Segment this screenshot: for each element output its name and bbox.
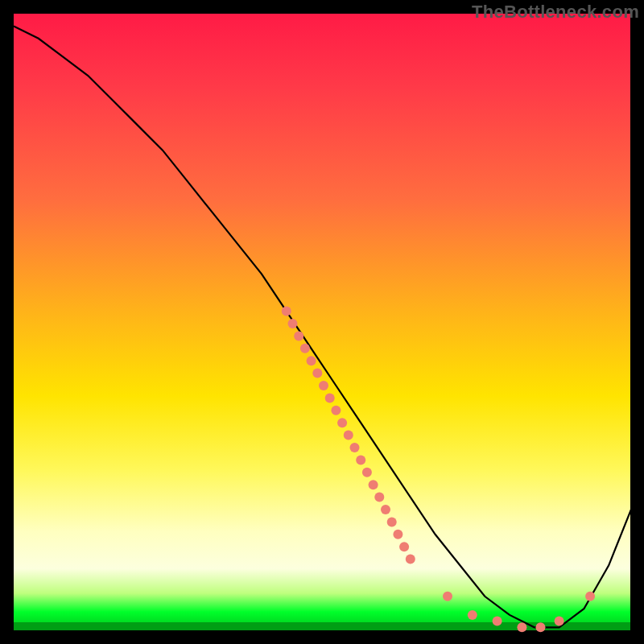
watermark-label: TheBottleneck.com bbox=[472, 2, 639, 23]
curve-marker bbox=[362, 468, 372, 477]
curve-markers bbox=[282, 307, 595, 633]
curve-marker bbox=[337, 418, 347, 427]
bottleneck-chart bbox=[12, 12, 632, 632]
curve-marker bbox=[344, 431, 353, 440]
curve-marker bbox=[443, 592, 452, 601]
curve-marker bbox=[381, 505, 390, 514]
curve-marker bbox=[517, 622, 526, 632]
curve-marker bbox=[325, 393, 335, 402]
curve-marker bbox=[307, 356, 316, 365]
curve-marker bbox=[312, 369, 322, 378]
curve-marker bbox=[282, 307, 291, 316]
curve-marker bbox=[356, 455, 365, 464]
curve-marker bbox=[369, 480, 378, 489]
chart-overlay bbox=[14, 14, 634, 634]
curve-marker bbox=[350, 443, 360, 452]
page-root: TheBottleneck.com bbox=[0, 0, 644, 644]
curve-marker bbox=[294, 331, 303, 341]
curve-marker bbox=[585, 592, 595, 601]
curve-marker bbox=[331, 406, 341, 415]
curve-marker bbox=[393, 530, 402, 539]
bottleneck-curve-line bbox=[14, 26, 634, 627]
curve-marker bbox=[536, 622, 546, 632]
curve-marker bbox=[493, 617, 502, 626]
curve-marker bbox=[288, 319, 298, 328]
curve-marker bbox=[555, 617, 564, 626]
curve-marker bbox=[399, 542, 409, 551]
curve-marker bbox=[387, 517, 397, 526]
curve-marker bbox=[374, 493, 384, 502]
curve-marker bbox=[319, 381, 328, 390]
curve-marker bbox=[406, 555, 415, 564]
curve-marker bbox=[468, 610, 477, 620]
curve-marker bbox=[300, 344, 310, 353]
